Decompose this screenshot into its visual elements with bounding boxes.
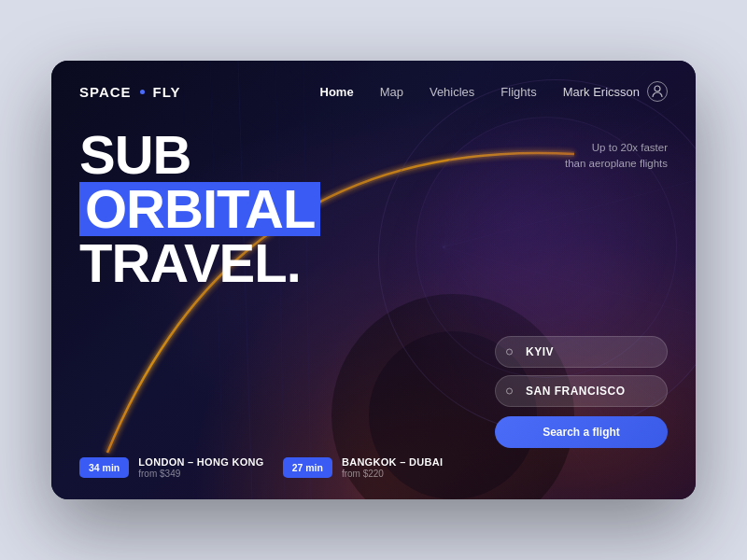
hero-line3: TRAVEL. xyxy=(79,236,668,290)
logo-brand2: FLY xyxy=(153,84,181,100)
nav-username: Mark Ericsson xyxy=(563,85,640,99)
nav-flights[interactable]: Flights xyxy=(500,85,536,99)
origin-field[interactable]: KYIV xyxy=(495,336,668,368)
flight-price-1: from $220 xyxy=(342,469,443,479)
user-icon xyxy=(647,81,668,102)
flight-form: KYIV SAN FRANCISCO Search a flight xyxy=(495,336,668,448)
nav-links: Home Map Vehicles Flights Mark Ericsson xyxy=(320,81,669,102)
logo: SPACE FLY xyxy=(79,84,181,100)
flight-info-1: BANGKOK – DUBAI from $220 xyxy=(342,456,443,479)
navbar: SPACE FLY Home Map Vehicles Flights Mark… xyxy=(51,61,696,102)
nav-map[interactable]: Map xyxy=(380,85,403,99)
nav-user[interactable]: Mark Ericsson xyxy=(563,81,668,102)
flight-time-0: 34 min xyxy=(79,457,129,478)
destination-wrapper: SAN FRANCISCO xyxy=(495,375,668,407)
origin-wrapper: KYIV xyxy=(495,336,668,368)
flight-route-0: LONDON – HONG KONG xyxy=(138,456,263,468)
nav-vehicles[interactable]: Vehicles xyxy=(430,85,474,99)
destination-field[interactable]: SAN FRANCISCO xyxy=(495,375,668,407)
hero-title: SUB ORBITAL TRAVEL. xyxy=(79,128,668,290)
flight-info-0: LONDON – HONG KONG from $349 xyxy=(138,456,263,479)
logo-brand1: SPACE xyxy=(79,84,132,100)
hero-content: SUB ORBITAL TRAVEL. xyxy=(51,102,696,290)
hero-line1: SUB xyxy=(79,128,668,182)
flight-card-0: 34 min LONDON – HONG KONG from $349 xyxy=(79,456,264,479)
flight-route-1: BANGKOK – DUBAI xyxy=(342,456,443,468)
search-button[interactable]: Search a flight xyxy=(495,416,668,448)
flight-time-1: 27 min xyxy=(283,457,332,478)
flight-cards: 34 min LONDON – HONG KONG from $349 27 m… xyxy=(79,456,443,479)
logo-separator xyxy=(140,90,145,94)
main-card: SPACE FLY Home Map Vehicles Flights Mark… xyxy=(51,61,696,499)
nav-home[interactable]: Home xyxy=(320,85,354,99)
hero-line2-text: ORBITAL xyxy=(79,182,320,236)
hero-line2: ORBITAL xyxy=(79,182,668,236)
svg-point-39 xyxy=(655,86,660,91)
flight-price-0: from $349 xyxy=(138,469,263,479)
flight-card-1: 27 min BANGKOK – DUBAI from $220 xyxy=(283,456,444,479)
